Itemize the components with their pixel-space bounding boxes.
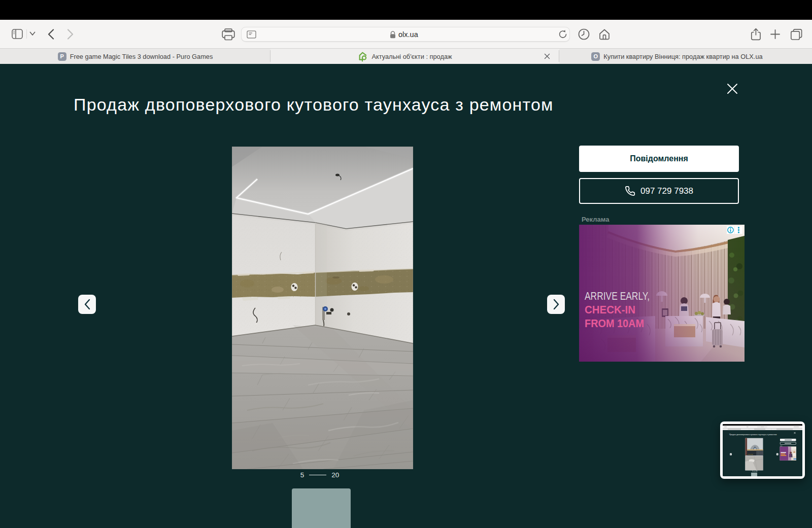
svg-text:FROM 10AM: FROM 10AM: [585, 317, 644, 330]
svg-text:ARRIVE EARLY,: ARRIVE EARLY,: [585, 290, 650, 302]
svg-text:CHECK-IN: CHECK-IN: [585, 303, 635, 316]
svg-text:Продаж двоповерхового кутового: Продаж двоповерхового кутового таунхауса…: [729, 434, 777, 436]
svg-text:20: 20: [756, 470, 758, 472]
